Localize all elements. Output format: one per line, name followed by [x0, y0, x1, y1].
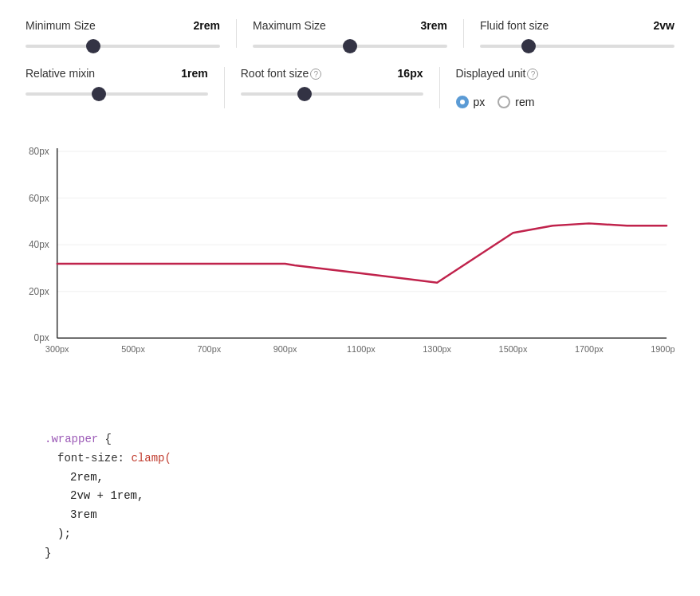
- x-label-500: 500px: [121, 344, 145, 354]
- min-size-value: 2rem: [194, 19, 220, 32]
- y-label-60px: 60px: [29, 193, 49, 204]
- relative-mixin-label: Relative mixin: [26, 67, 95, 80]
- code-arg3: 3rem: [45, 506, 655, 525]
- divider-1: [236, 19, 237, 48]
- fluid-font-track[interactable]: [480, 45, 674, 48]
- divider-2: [463, 19, 464, 48]
- code-arg2: 2vw + 1rem,: [45, 487, 655, 506]
- relative-mixin-header: Relative mixin 1rem: [26, 67, 208, 80]
- x-label-900: 900px: [273, 344, 297, 354]
- min-size-control: Minimum Size 2rem: [26, 19, 220, 48]
- controls-row-1: Minimum Size 2rem Maximum Size 3rem Flui…: [26, 19, 674, 48]
- code-close-brace: }: [45, 547, 51, 559]
- chart-area: 80px 60px 40px 20px 0px 300px 500px 700p…: [26, 127, 674, 398]
- min-size-thumb[interactable]: [86, 39, 100, 53]
- max-size-track[interactable]: [253, 45, 447, 48]
- max-size-thumb[interactable]: [343, 39, 357, 53]
- chart-svg: 80px 60px 40px 20px 0px 300px 500px 700p…: [26, 127, 674, 398]
- max-size-header: Maximum Size 3rem: [253, 19, 447, 32]
- x-label-1500: 1500px: [499, 344, 528, 354]
- chart-line: [57, 223, 667, 282]
- displayed-unit-label: Displayed unit?: [456, 67, 539, 80]
- radio-px-circle: [456, 96, 469, 108]
- code-block: .wrapper { font-size: clamp( 2rem, 2vw +…: [26, 418, 674, 576]
- radio-rem-circle: [497, 96, 510, 108]
- fluid-font-value: 2vw: [654, 19, 674, 32]
- fluid-font-control: Fluid font size 2vw: [480, 19, 674, 48]
- min-size-label: Minimum Size: [26, 19, 96, 32]
- code-selector: .wrapper: [45, 433, 98, 445]
- code-arg1: 2rem,: [45, 469, 655, 488]
- relative-mixin-thumb[interactable]: [92, 87, 106, 101]
- radio-rem-option[interactable]: rem: [497, 96, 534, 108]
- min-size-header: Minimum Size 2rem: [26, 19, 220, 32]
- max-size-value: 3rem: [421, 19, 447, 32]
- divider-4: [439, 67, 440, 108]
- displayed-unit-header: Displayed unit?: [456, 67, 675, 80]
- x-label-1900: 1900px: [651, 344, 674, 354]
- code-fn-close: );: [45, 525, 655, 544]
- x-label-700: 700px: [197, 344, 221, 354]
- code-open-brace: {: [98, 433, 112, 445]
- max-size-control: Maximum Size 3rem: [253, 19, 447, 48]
- radio-options: px rem: [456, 96, 675, 108]
- radio-px-label: px: [474, 96, 486, 108]
- root-font-header: Root font size? 16px: [241, 67, 423, 80]
- displayed-unit-control: Displayed unit? px rem: [456, 67, 675, 108]
- root-font-thumb[interactable]: [297, 87, 312, 101]
- y-label-40px: 40px: [29, 239, 49, 250]
- y-label-0px: 0px: [34, 332, 49, 343]
- root-font-control: Root font size? 16px: [241, 67, 423, 96]
- root-font-value: 16px: [398, 67, 423, 80]
- relative-mixin-control: Relative mixin 1rem: [26, 67, 208, 96]
- relative-mixin-value: 1rem: [181, 67, 207, 80]
- code-property: font-size:: [57, 452, 124, 465]
- code-fn: clamp(: [131, 452, 171, 465]
- fluid-font-header: Fluid font size 2vw: [480, 19, 674, 32]
- root-font-label: Root font size?: [241, 67, 322, 80]
- x-label-300: 300px: [45, 344, 69, 354]
- controls-row-2: Relative mixin 1rem Root font size? 16px…: [26, 67, 674, 108]
- radio-rem-label: rem: [515, 96, 534, 108]
- min-size-track[interactable]: [26, 45, 220, 48]
- displayed-unit-tooltip-icon[interactable]: ?: [527, 69, 538, 80]
- y-label-20px: 20px: [29, 286, 49, 297]
- fluid-font-thumb[interactable]: [521, 39, 536, 53]
- radio-px-option[interactable]: px: [456, 96, 486, 108]
- y-label-80px: 80px: [29, 146, 49, 157]
- x-label-1700: 1700px: [575, 344, 604, 354]
- x-label-1100: 1100px: [347, 344, 376, 354]
- divider-3: [224, 67, 225, 108]
- max-size-label: Maximum Size: [253, 19, 326, 32]
- root-font-tooltip-icon[interactable]: ?: [310, 69, 321, 80]
- root-font-track[interactable]: [241, 92, 423, 96]
- x-label-1300: 1300px: [423, 344, 451, 354]
- fluid-font-label: Fluid font size: [480, 19, 549, 32]
- relative-mixin-track[interactable]: [26, 92, 208, 96]
